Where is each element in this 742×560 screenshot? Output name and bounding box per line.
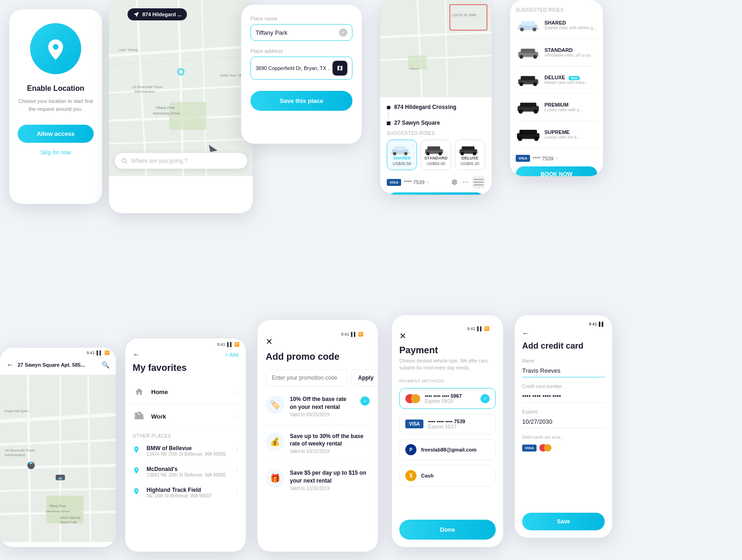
home-icon [133, 385, 146, 398]
payment-paypal[interactable]: P freeslab88@gmail.com [399, 439, 496, 460]
map-icon-button[interactable] [333, 61, 347, 76]
work-icon [133, 410, 146, 423]
svg-text:Wood Craft: Wood Craft [60, 521, 77, 524]
skip-link[interactable]: Skip for now [40, 149, 71, 156]
cash-icon: $ [405, 470, 416, 481]
suggested-label: SUGGESTED RIDES [387, 131, 485, 136]
suggested-rides-title: SUGGESTED RIDES [516, 7, 597, 13]
svg-text:LOCH 'N' GRE: LOCH 'N' GRE [452, 13, 477, 17]
svg-rect-42 [461, 146, 474, 150]
mastercard-logo [539, 444, 551, 452]
svg-text:💰: 💰 [270, 437, 281, 447]
card-number-label: Credit card number [522, 384, 605, 389]
status-time-credit: 9:41 [589, 322, 597, 326]
visa-icon: VISA [405, 420, 423, 428]
place-address-input-row [250, 57, 352, 80]
card-number-input[interactable] [522, 391, 605, 403]
promo-offer-3: 🎁 Save $5 per day up to $15 on your next… [266, 469, 370, 491]
location-pin-icon-mcdonalds [133, 467, 142, 476]
address-map2: 27 Sawyn Square Apt. 585... [18, 362, 98, 368]
back-button-favorites[interactable]: ← [133, 350, 140, 359]
svg-point-63 [519, 82, 523, 86]
favorites-header: ← + Add [125, 347, 246, 363]
place-item-bmw[interactable]: BMW of Bellevue 13424 NE 20th St Bellevu… [125, 440, 246, 461]
status-bar-payment: 9:41 ▌▌ 🛜 [399, 324, 496, 331]
payment-row-bottom: VISA **** 7539 › [516, 155, 597, 162]
done-payment-button[interactable]: Done [399, 520, 496, 540]
place-address-input[interactable] [256, 65, 330, 71]
save-credit-card-button[interactable]: Save [522, 513, 605, 530]
svg-point-46 [463, 182, 464, 183]
allow-access-button[interactable]: Allow access [18, 125, 94, 143]
promo-input-row: Apply [266, 369, 370, 386]
other-places-label: OTHER PLACES [125, 429, 246, 440]
book-now-list-button[interactable]: BOOK NOW [516, 166, 597, 176]
search-icon-map2[interactable]: 🔍 [102, 361, 109, 369]
enable-location-title: Enable Location [27, 84, 84, 93]
favorite-item-work[interactable]: Work › [125, 404, 246, 429]
place-item-mcdonalds[interactable]: McDonald's 13841 NE 20th St Bellevue, WA… [125, 461, 246, 482]
enable-location-description: Choose your location to start find the r… [18, 97, 94, 113]
payment-mastercard[interactable]: •••• •••• •••• 5967 Expires 09/25 ✓ [399, 388, 496, 409]
location-pin-icon-highland [133, 488, 142, 497]
map-navigation-card: Lake Young Index Ave SE Tiffany Park Ele… [109, 0, 253, 213]
back-button-map2[interactable]: ← [6, 361, 14, 369]
ride-selection-card: LOCH 'N' GRE Bowen 874 Hildegard Crossin… [380, 0, 492, 195]
svg-line-20 [126, 162, 127, 164]
promo-title: Add promo code [266, 351, 370, 362]
route-to: 27 Sawyn Square [387, 120, 485, 126]
book-now-button[interactable]: BOOK NOW [387, 192, 485, 195]
map2-card: 9:41 ▌▌ 🛜 ← 27 Sawyn Square Apt. 585... … [0, 348, 116, 547]
back-button-credit[interactable]: ← [522, 329, 605, 337]
status-bar-map2: 9:41 ▌▌ 🛜 [0, 348, 116, 355]
promo-offer-2: 💰 Save up to 30% off the base rate of we… [266, 433, 370, 454]
svg-text:US Bonneville Power: US Bonneville Power [5, 449, 35, 452]
list-item-deluxe[interactable]: DELUXE New Newer cars with extra... [516, 73, 597, 87]
name-label: Name [522, 358, 605, 363]
status-time-favorites: 9:41 [217, 342, 225, 347]
save-place-button[interactable]: Save this place [250, 91, 352, 111]
mastercard-icon [405, 394, 420, 403]
svg-point-64 [533, 82, 537, 86]
selected-check: ✓ [480, 394, 490, 403]
payment-visa[interactable]: VISA •••• •••• •••• 7539 Expires 10/27 [399, 414, 496, 434]
apply-promo-button[interactable]: Apply [351, 369, 378, 386]
expires-input[interactable] [522, 416, 605, 428]
place-name-input-row: × [250, 24, 352, 41]
svg-point-53 [520, 27, 524, 31]
svg-rect-37 [428, 146, 441, 150]
place-form-card: Place name × Place address Save this pla… [241, 5, 362, 144]
ride-option-shared[interactable]: SHARED US$35.50 [387, 140, 417, 170]
location-icon-circle [30, 23, 81, 74]
promo-offer-icon-2: 💰 [266, 433, 284, 451]
expires-label: Expires [522, 409, 605, 414]
list-item-shared[interactable]: SHARED Shared rides with others g... [516, 18, 597, 32]
place-name-input[interactable] [256, 29, 336, 36]
svg-point-59 [533, 55, 537, 58]
ride-option-standard[interactable]: STANDARD US$50.00 [421, 140, 451, 170]
svg-text:Elementary School: Elementary School [153, 112, 180, 115]
list-item-standard[interactable]: STANDARD Affordable rides, all to yo... [516, 45, 597, 59]
location-pin-icon-bmw [133, 446, 142, 455]
ride-option-deluxe[interactable]: DELUXE US$95.30 [455, 140, 485, 170]
card-number: **** 7539 [404, 179, 425, 185]
svg-text:🏷️: 🏷️ [270, 400, 281, 410]
add-favorite-button[interactable]: + Add [225, 352, 238, 357]
svg-text:Tiffany Park: Tiffany Park [49, 504, 66, 508]
list-item-supreme[interactable]: SUPREME Luxury rides for 6... [516, 127, 597, 141]
close-payment-button[interactable]: ✕ [399, 331, 496, 341]
promo-check-1: ✓ [360, 396, 370, 406]
place-item-highland[interactable]: Highland Track Field NE 16th St Bellevue… [125, 482, 246, 503]
close-promo-button[interactable]: ✕ [266, 337, 370, 347]
svg-point-74 [534, 137, 538, 141]
favorite-item-home[interactable]: Home › [125, 380, 246, 404]
promo-code-input[interactable] [266, 369, 347, 386]
ride-map: LOCH 'N' GRE Bowen [380, 0, 492, 97]
list-item-premium[interactable]: PREMIUM Luxury rides with p... [516, 100, 597, 114]
where-going-search[interactable]: Where are you going ? [115, 153, 247, 169]
clear-place-name-button[interactable]: × [339, 28, 347, 37]
svg-text:Administration: Administration [5, 453, 25, 457]
payment-cash[interactable]: $ Cash [399, 465, 496, 486]
map-background: Lake Young Index Ave SE Tiffany Park Ele… [109, 0, 253, 176]
name-input[interactable] [522, 365, 605, 377]
